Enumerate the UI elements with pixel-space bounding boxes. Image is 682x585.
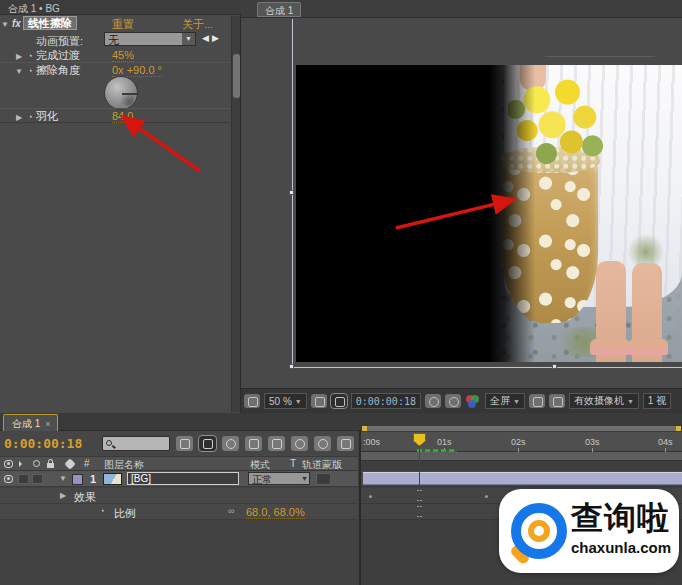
expand-icon[interactable]: ▶ <box>14 52 24 61</box>
shy-layers-icon[interactable] <box>222 436 239 451</box>
layer-expand-icon[interactable]: ▼ <box>58 474 68 483</box>
view-layout-dropdown[interactable]: 1 视 <box>643 393 671 409</box>
layer-selection-bottom-edge[interactable] <box>292 367 682 368</box>
prev-preset-icon[interactable]: ◀ <box>202 33 212 43</box>
resolution-dropdown[interactable]: 全屏▼ <box>485 393 525 409</box>
layer-number: 1 <box>90 473 96 485</box>
magnification-dropdown[interactable]: 50 %▼ <box>264 393 307 409</box>
layer-name-field[interactable]: [BG] <box>127 472 239 485</box>
scale-value[interactable]: 68.0, 68.0% <box>246 506 305 519</box>
time-ruler[interactable]: :00s 01s 02s 03s 04s <box>361 432 682 452</box>
keyframe-dot[interactable] <box>485 495 488 498</box>
current-time-display[interactable]: 0:00:00:18 <box>4 436 82 451</box>
effect-about-button[interactable]: 关于... <box>182 17 213 32</box>
chevron-down-icon[interactable]: ▼ <box>182 33 195 45</box>
solo-icon <box>33 460 40 467</box>
show-snapshot-icon[interactable] <box>445 394 461 408</box>
feather-value[interactable]: 84.0 <box>112 110 133 123</box>
animation-preset-label: 动画预置: <box>36 34 83 49</box>
preset-prev-next-buttons[interactable]: ◀▶ <box>202 33 222 43</box>
animation-preset-dropdown[interactable]: 无▼ <box>104 32 196 46</box>
stopwatch-icon[interactable]: ◔ <box>24 51 36 61</box>
transparency-grid-icon[interactable] <box>549 394 565 408</box>
layer-duration-bar[interactable] <box>363 472 682 485</box>
timeline-search-box[interactable] <box>102 436 170 451</box>
composition-canvas[interactable] <box>296 65 682 362</box>
layer-visibility-eye-icon[interactable] <box>4 475 13 483</box>
wipe-angle-dial[interactable] <box>104 76 138 110</box>
current-time-indicator-line <box>419 446 420 522</box>
search-icon <box>106 440 112 446</box>
animation-preset-value: 无 <box>108 34 119 46</box>
stopwatch-icon[interactable]: ◔ <box>24 112 36 122</box>
grid-guides-icon[interactable] <box>311 394 327 408</box>
label-tag-icon <box>64 458 75 469</box>
scrollbar-thumb[interactable] <box>233 54 240 98</box>
col-mode[interactable]: 模式 <box>250 458 270 472</box>
resolution-value: 全屏 <box>490 394 510 408</box>
effect-collapse-toggle[interactable]: ▼ <box>0 20 10 29</box>
active-camera-dropdown[interactable]: 有效摄像机▼ <box>569 393 639 409</box>
effect-name[interactable]: 线性擦除 <box>23 16 77 30</box>
expand-icon[interactable]: ▶ <box>14 113 24 122</box>
constrain-proportions-icon[interactable]: ∞ <box>228 506 234 516</box>
ruler-tick-label: 03s <box>585 437 600 447</box>
auto-keyframe-icon[interactable] <box>314 436 331 451</box>
selection-handle-bottom-center[interactable] <box>552 364 557 369</box>
navigator-end-handle[interactable] <box>676 426 681 431</box>
brainstorm-icon[interactable] <box>291 436 308 451</box>
scale-property-row[interactable]: ◔ 比例 ∞ 68.0, 68.0% <box>0 504 358 520</box>
viewer-timecode[interactable]: 0:00:00:18 <box>351 393 421 409</box>
keyframe-dot[interactable] <box>369 495 372 498</box>
navigator-start-handle[interactable] <box>362 426 367 431</box>
collapse-icon[interactable]: ▼ <box>14 67 24 76</box>
stopwatch-icon[interactable]: ◔ <box>24 66 36 76</box>
channel-rgb-icon[interactable] <box>465 394 481 408</box>
chevron-down-icon: ▼ <box>627 398 634 405</box>
effects-expand-icon[interactable]: ▶ <box>58 491 68 500</box>
chevron-down-icon: ▼ <box>295 398 302 405</box>
close-icon[interactable]: × <box>45 419 50 429</box>
graph-editor-icon[interactable] <box>337 436 354 451</box>
effect-controls-panel: 合成 1 • BG ▼fx线性擦除 重置 关于... 动画预置: 无▼ ◀▶ ▶… <box>0 0 241 413</box>
fx-icon: fx <box>12 18 21 29</box>
timeline-toolbar: 0:00:00:18 <box>0 431 358 456</box>
comp-flowchart-icon[interactable] <box>176 436 193 451</box>
frame-blending-icon[interactable] <box>245 436 262 451</box>
col-layer-name[interactable]: 图层名称 <box>104 458 144 472</box>
effect-reset-button[interactable]: 重置 <box>112 17 134 32</box>
audio-toggle-box[interactable] <box>18 474 29 484</box>
next-preset-icon[interactable]: ▶ <box>212 33 222 43</box>
ruler-tick-label: :00s <box>363 437 380 447</box>
layer-label-color-swatch[interactable] <box>72 474 83 485</box>
solo-toggle-box[interactable] <box>32 474 43 484</box>
scale-stopwatch-icon[interactable]: ◔ <box>96 506 108 516</box>
selection-handle-bottom-left[interactable] <box>289 364 294 369</box>
snapshot-camera-icon[interactable] <box>425 394 441 408</box>
viewer-top-edge-line <box>545 56 655 57</box>
time-navigator-bar[interactable] <box>361 425 682 432</box>
search-input[interactable] <box>116 437 182 450</box>
layer-row-bg[interactable]: ▼ 1 [BG] 正常▼ <box>0 471 358 487</box>
always-preview-icon[interactable] <box>244 394 260 408</box>
motion-blur-icon[interactable] <box>268 436 285 451</box>
viewer-toolbar: 50 %▼ 0:00:00:18 全屏▼ 有效摄像机▼ 1 视 <box>241 388 682 413</box>
selection-handle-mid-left[interactable] <box>289 190 294 195</box>
scrollbar[interactable] <box>231 16 240 412</box>
region-of-interest-icon[interactable] <box>529 394 545 408</box>
viewer-tab-comp1[interactable]: 合成 1 <box>257 2 301 17</box>
work-area-bar[interactable] <box>361 452 682 461</box>
timeline-tab-comp1[interactable]: 合成 1× <box>3 414 58 431</box>
track-matte-box[interactable] <box>316 473 331 485</box>
viewer-tabstrip: 合成 1 <box>241 0 682 18</box>
after-effects-window: 合成 1 • BG ▼fx线性擦除 重置 关于... 动画预置: 无▼ ◀▶ ▶… <box>0 0 682 585</box>
blend-mode-dropdown[interactable]: 正常▼ <box>248 472 310 485</box>
feather-label: 羽化 <box>36 110 58 122</box>
effects-group-row[interactable]: ▶ 效果 <box>0 488 358 504</box>
logo-orange-ring <box>528 520 550 542</box>
effects-group-label: 效果 <box>74 490 96 505</box>
transition-completion-value[interactable]: 45% <box>112 49 134 62</box>
draft-3d-icon[interactable] <box>199 436 216 451</box>
safe-zones-icon[interactable] <box>331 394 347 408</box>
col-trkmat[interactable]: 轨道蒙版 <box>302 458 342 472</box>
